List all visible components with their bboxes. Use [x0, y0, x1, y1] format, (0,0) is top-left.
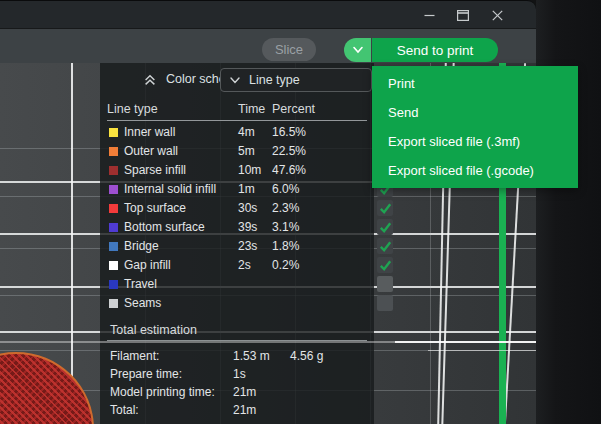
line-type-percent: 3.1%: [272, 220, 299, 234]
line-type-row: Outer wall5m22.5%: [100, 142, 374, 161]
maximize-icon: [457, 10, 469, 21]
total-value: 21m: [233, 385, 256, 399]
total-row: Model printing time:21m: [100, 383, 374, 401]
totals-title: Total estimation: [110, 323, 197, 337]
total-value-secondary: 4.56 g: [290, 349, 323, 363]
minimize-button[interactable]: [412, 2, 446, 28]
line-type-row: Inner wall4m16.5%: [100, 123, 374, 142]
line-type-label: Bottom surface: [124, 220, 205, 234]
send-to-print-button[interactable]: Send to print: [372, 38, 498, 62]
line-type-color-swatch: [109, 242, 118, 251]
plate-line: [428, 350, 536, 351]
line-type-percent: 1.8%: [272, 239, 299, 253]
line-type-time: 30s: [238, 201, 257, 215]
line-type-row: Gap infill2s0.2%: [100, 256, 374, 275]
grid-line: [71, 63, 73, 424]
total-value: 1s: [233, 367, 246, 381]
close-icon: [492, 10, 503, 21]
line-type-color-swatch: [109, 128, 118, 137]
line-type-label: Outer wall: [124, 144, 178, 158]
title-bar: [0, 0, 536, 29]
line-type-label: Top surface: [124, 201, 186, 215]
minimize-icon: [424, 10, 435, 21]
line-type-time: 2s: [238, 258, 251, 272]
line-type-color-swatch: [109, 147, 118, 156]
total-row: Prepare time:1s: [100, 365, 374, 383]
header-separator: [107, 120, 367, 121]
check-icon: [378, 258, 393, 273]
header-percent: Percent: [272, 102, 315, 116]
line-type-color-swatch: [109, 223, 118, 232]
line-type-time: 39s: [238, 220, 257, 234]
menu-item-print[interactable]: Print: [372, 69, 578, 98]
check-icon: [378, 201, 393, 216]
total-row: Filament:1.53 m4.56 g: [100, 347, 374, 365]
check-icon: [378, 239, 393, 254]
line-type-row: Internal solid infill1m6.0%: [100, 180, 374, 199]
line-type-visibility-checkbox[interactable]: [377, 257, 393, 273]
line-type-time: 4m: [238, 125, 255, 139]
total-label: Total:: [110, 403, 139, 417]
line-type-visibility-checkbox[interactable]: [377, 238, 393, 254]
check-icon: [378, 220, 393, 235]
line-type-label: Gap infill: [124, 258, 171, 272]
line-type-visibility-checkbox[interactable]: [377, 295, 393, 311]
line-type-time: 5m: [238, 144, 255, 158]
line-type-color-swatch: [109, 261, 118, 270]
line-type-row: Travel: [100, 275, 374, 294]
line-type-percent: 0.2%: [272, 258, 299, 272]
maximize-button[interactable]: [446, 2, 480, 28]
slice-button[interactable]: Slice: [262, 38, 316, 61]
double-chevron-up-icon: [143, 73, 157, 87]
close-button[interactable]: [480, 2, 514, 28]
total-label: Prepare time:: [110, 367, 182, 381]
toolbar: Slice Send to print: [0, 28, 536, 64]
line-type-percent: 22.5%: [272, 144, 306, 158]
chevron-down-icon: [229, 76, 241, 85]
view-mode-value: Line type: [249, 73, 300, 87]
line-type-time: 10m: [238, 163, 261, 177]
line-type-color-swatch: [109, 280, 118, 289]
chevron-down-icon: [352, 46, 364, 54]
total-label: Model printing time:: [110, 385, 215, 399]
plate-line: [395, 341, 536, 343]
line-type-visibility-checkbox[interactable]: [377, 200, 393, 216]
color-scheme-panel: Color scheme Line type Line type Time Pe…: [100, 63, 374, 424]
line-type-percent: 16.5%: [272, 125, 306, 139]
line-type-row: Top surface30s2.3%: [100, 199, 374, 218]
line-type-color-swatch: [109, 166, 118, 175]
view-mode-dropdown[interactable]: Line type: [220, 68, 372, 92]
line-type-time: 23s: [238, 239, 257, 253]
background-outside-window: [536, 0, 601, 424]
menu-item-export-sliced-file-3mf[interactable]: Export sliced file (.3mf): [372, 127, 578, 156]
total-row: Total:21m: [100, 401, 374, 419]
line-type-percent: 2.3%: [272, 201, 299, 215]
line-type-color-swatch: [109, 299, 118, 308]
line-type-row: Bottom surface39s3.1%: [100, 218, 374, 237]
send-dropdown-button[interactable]: [344, 38, 371, 62]
line-type-label: Travel: [124, 277, 157, 291]
line-type-visibility-checkbox[interactable]: [377, 276, 393, 292]
line-type-row: Seams: [100, 294, 374, 313]
line-type-label: Bridge: [124, 239, 159, 253]
send-to-print-menu: PrintSendExport sliced file (.3mf)Export…: [372, 66, 578, 188]
menu-item-send[interactable]: Send: [372, 98, 578, 127]
sliced-model[interactable]: [0, 352, 94, 424]
total-label: Filament:: [110, 349, 159, 363]
line-type-row: Bridge23s1.8%: [100, 237, 374, 256]
line-type-row: Sparse infill10m47.6%: [100, 161, 374, 180]
total-value: 21m: [233, 403, 256, 417]
header-time: Time: [238, 102, 265, 116]
collapse-panel-button[interactable]: [140, 71, 160, 89]
line-type-color-swatch: [109, 204, 118, 213]
menu-item-export-sliced-file-gcode[interactable]: Export sliced file (.gcode): [372, 156, 578, 185]
line-type-percent: 47.6%: [272, 163, 306, 177]
table-header: Line type Time Percent: [107, 102, 367, 118]
line-type-visibility-checkbox[interactable]: [377, 219, 393, 235]
total-value: 1.53 m: [233, 349, 270, 363]
app-window: Slice Send to print Color scheme: [0, 0, 601, 424]
line-type-label: Sparse infill: [124, 163, 186, 177]
line-type-label: Internal solid infill: [124, 182, 216, 196]
line-type-percent: 6.0%: [272, 182, 299, 196]
line-type-color-swatch: [109, 185, 118, 194]
